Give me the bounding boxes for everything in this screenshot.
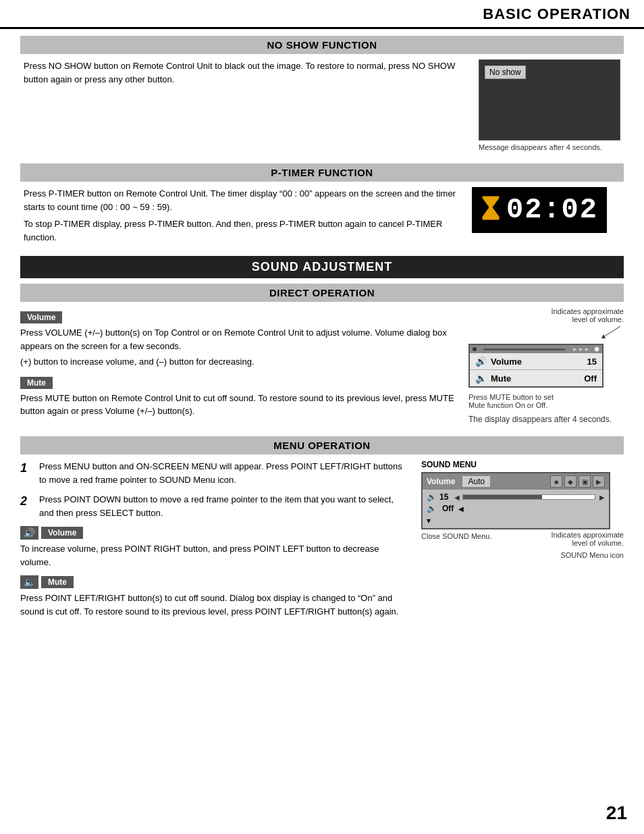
- volume-badge: Volume: [20, 311, 62, 323]
- no-show-header: NO SHOW FUNCTION: [20, 36, 624, 54]
- sm-close-row: ▾: [427, 516, 605, 525]
- mute-text: Press MUTE button on Remote Control Unit…: [20, 392, 455, 418]
- sm-vol-bar-fill: [463, 495, 542, 499]
- step1-num: 1: [20, 460, 32, 486]
- sm-close-icon: ▾: [427, 516, 431, 525]
- ptimer-desc1: Press P-TIMER button on Remote Control U…: [24, 187, 458, 213]
- sm-vol-icon: 🔊: [427, 492, 437, 502]
- sound-menu-captions: Close SOUND Menu. Indicates approximatel…: [421, 529, 624, 547]
- sm-icon-2: ◆: [564, 475, 576, 488]
- arrow-area: [468, 325, 624, 338]
- menu-volume-badge: Volume: [41, 527, 83, 539]
- close-sound-label: Close SOUND Menu.: [421, 529, 492, 540]
- menu-mute-badge: Mute: [41, 576, 74, 588]
- sound-menu-toolbar-icons: ■ ◆ ▣ ▶: [550, 475, 605, 488]
- sm-mute-icon: 🔈: [427, 504, 437, 513]
- ptimer-display-area: 02:02: [472, 187, 620, 233]
- direct-op-right: Indicates approximatelevel of volume. ►►…: [468, 307, 624, 424]
- approx-level-text: Indicates approximatelevel of volume.: [551, 531, 624, 547]
- svg-line-3: [603, 326, 620, 337]
- close-sound-text: Close SOUND Menu.: [421, 532, 492, 540]
- sound-menu-icon-label-area: SOUND Menu icon: [421, 550, 624, 560]
- menu-mute-icon: 🔈: [20, 575, 38, 589]
- menu-op-content: 1 Press MENU button and ON-SCREEN MENU w…: [20, 460, 624, 618]
- svg-rect-1: [483, 197, 499, 198]
- volume-dialog: ►►► 🔊 Volume 15 🔈 Mute Off: [468, 344, 603, 388]
- approx-level-area: Indicates approximatelevel of volume.: [551, 529, 624, 547]
- sm-icon-3: ▣: [579, 475, 591, 488]
- display-caption: The display disappears after 4 seconds.: [468, 415, 624, 424]
- sound-adjustment-section: SOUND ADJUSTMENT DIRECT OPERATION Volume…: [20, 256, 624, 618]
- sound-menu-box: Volume Auto ■ ◆ ▣ ▶ 🔊: [421, 472, 610, 529]
- page-number: 21: [606, 802, 627, 824]
- ptimer-content: Press P-TIMER button on Remote Control U…: [20, 187, 624, 244]
- mute-badge: Mute: [20, 377, 53, 389]
- no-show-image-area: No show Message disappears after 4 secon…: [479, 59, 620, 151]
- page-title: BASIC OPERATION: [483, 5, 630, 23]
- direct-op-header: DIRECT OPERATION: [20, 284, 624, 302]
- menu-op-header: MENU OPERATION: [20, 436, 624, 454]
- step2-num: 2: [20, 493, 32, 519]
- menu-volume-icon: 🔊: [20, 526, 38, 540]
- mute-row-value: Off: [584, 373, 597, 384]
- no-show-caption: Message disappears after 4 seconds.: [479, 143, 620, 151]
- ptimer-desc2: To stop P-TIMER display, press P-TIMER b…: [24, 217, 458, 244]
- toolbar-auto: Auto: [462, 475, 491, 488]
- no-show-content: Press NO SHOW button on Remote Control U…: [20, 59, 624, 151]
- sm-mute-label-off: Off: [442, 504, 454, 513]
- sound-adjustment-header: SOUND ADJUSTMENT: [20, 256, 624, 278]
- sm-icon-1: ■: [550, 475, 562, 488]
- vol-dot-left: [473, 347, 477, 351]
- direct-op-section: DIRECT OPERATION Volume Press VOLUME (+/…: [20, 284, 624, 424]
- volume-row-value: 15: [587, 357, 597, 367]
- no-show-screen-label: No show: [485, 66, 526, 79]
- mute-dialog-row: 🔈 Mute Off: [470, 370, 602, 386]
- direct-op-content: Volume Press VOLUME (+/–) button(s) on T…: [20, 307, 624, 424]
- volume-text1: Press VOLUME (+/–) button(s) on Top Cont…: [20, 326, 455, 353]
- sm-vol-bar: [462, 494, 595, 500]
- no-show-section: NO SHOW FUNCTION Press NO SHOW button on…: [20, 36, 624, 151]
- menu-mute-badge-area: 🔈 Mute: [20, 575, 408, 589]
- volume-dialog-bar: ►►►: [470, 345, 602, 353]
- sm-volume-row: 🔊 15 ◀ ▶: [427, 492, 605, 502]
- step1-text: Press MENU button and ON-SCREEN MENU wil…: [39, 460, 408, 486]
- ptimer-display: 02:02: [472, 187, 607, 233]
- volume-row-icon: 🔊: [475, 356, 487, 367]
- menu-op-right: SOUND MENU Volume Auto ■ ◆ ▣ ▶: [421, 460, 624, 560]
- volume-dialog-row: 🔊 Volume 15: [470, 353, 602, 370]
- sound-menu-body: 🔊 15 ◀ ▶ 🔈 Off ◀: [423, 490, 609, 528]
- mute-row-icon: 🔈: [475, 373, 487, 384]
- sound-menu-label: SOUND MENU: [421, 460, 624, 469]
- sm-mute-arrow: ◀: [458, 505, 464, 513]
- page-header: BASIC OPERATION: [0, 0, 644, 29]
- svg-rect-2: [483, 218, 499, 219]
- mute-row-label: Mute: [491, 373, 584, 384]
- sm-icon-4: ▶: [593, 475, 605, 488]
- svg-marker-0: [483, 197, 499, 219]
- step2-text: Press POINT DOWN button to move a red fr…: [39, 493, 408, 519]
- step2-row: 2 Press POINT DOWN button to move a red …: [20, 493, 408, 519]
- menu-op-left: 1 Press MENU button and ON-SCREEN MENU w…: [20, 460, 408, 618]
- volume-row-label: Volume: [491, 357, 587, 367]
- sm-vol-num: 15: [439, 492, 452, 502]
- menu-volume-badge-area: 🔊 Volume: [20, 526, 408, 540]
- sm-mute-row: 🔈 Off ◀: [427, 504, 605, 513]
- menu-op-section: MENU OPERATION 1 Press MENU button and O…: [20, 436, 624, 618]
- menu-volume-text: To increase volume, press POINT RIGHT bu…: [20, 542, 408, 569]
- toolbar-volume-label: Volume: [427, 477, 455, 486]
- vol-dot-right: [594, 346, 599, 352]
- indicates-volume-label: Indicates approximatelevel of volume.: [468, 307, 624, 323]
- ptimer-text: Press P-TIMER button on Remote Control U…: [24, 187, 458, 244]
- sound-menu-toolbar: Volume Auto ■ ◆ ▣ ▶: [423, 473, 609, 490]
- volume-arrow-svg: [583, 325, 624, 338]
- menu-mute-text: Press POINT LEFT/RIGHT button(s) to cut …: [20, 592, 408, 618]
- mute-caption: Press MUTE button to setMute function On…: [468, 393, 624, 409]
- ptimer-section: P-TIMER FUNCTION Press P-TIMER button on…: [20, 163, 624, 244]
- ptimer-time: 02:02: [506, 194, 598, 226]
- no-show-screen: No show: [479, 59, 620, 140]
- step1-row: 1 Press MENU button and ON-SCREEN MENU w…: [20, 460, 408, 486]
- direct-op-left: Volume Press VOLUME (+/–) button(s) on T…: [20, 307, 455, 418]
- main-content: NO SHOW FUNCTION Press NO SHOW button on…: [0, 29, 644, 640]
- sm-vol-right-arrow: ▶: [599, 494, 605, 501]
- sound-menu-icon-label: SOUND Menu icon: [560, 551, 624, 559]
